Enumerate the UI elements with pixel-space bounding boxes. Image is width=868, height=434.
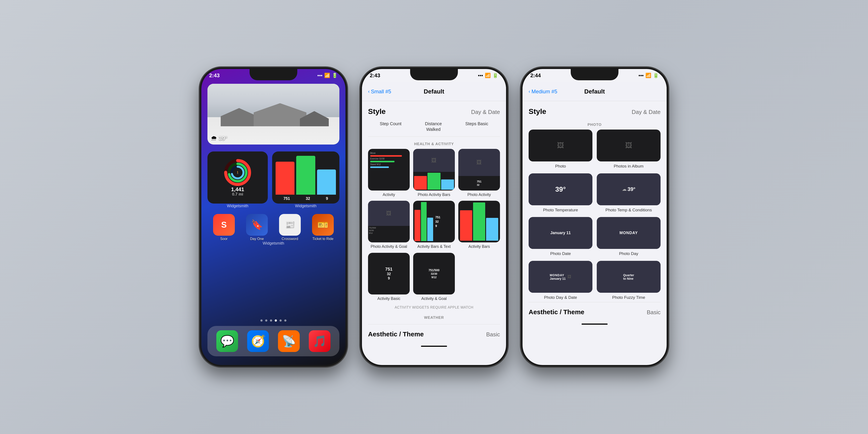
nav-title-small: Default [424,88,444,95]
dot-2 [265,319,267,321]
steps-basic-option[interactable]: Steps Basic [465,121,488,132]
crossword-label: Crossword [282,237,298,241]
status-icons-medium: ▪▪▪ 📶 🔋 [639,73,659,78]
activity-basic-option[interactable]: 751 32 9 Activity Basic [368,253,410,301]
activity-bars-text-option[interactable]: 751 32 9 Activity Bars & Text [413,201,455,249]
photo-date-option[interactable]: January 11 Photo Date [529,217,592,256]
aesthetic-row[interactable]: Aesthetic / Theme Basic [368,329,500,341]
dot-6 [284,319,286,321]
activity-preview: Move Exercise 32/30 Stand 9/12 [368,149,410,190]
photos-album-icon: 🖼 [625,142,632,150]
bars-widget[interactable]: 751 32 9 Widgetsmith [272,152,339,204]
dock-music[interactable]: 🎵 [309,330,331,352]
photo-header: PHOTO [529,119,660,129]
photo-widget-large[interactable]: 🌨 39° [208,84,339,145]
settings-content-small: Style Day & Date Step Count DistanceWalk… [362,101,506,365]
app-crossword[interactable]: 📰 Crossword [275,214,305,241]
photo-activity-bars-preview: 🖼 [413,149,455,190]
widget-row: 🚶 1,441 0.7 mi Widgetsmith [208,152,339,204]
photo-activity-goal-option[interactable]: 🖼 751/500 32/30 9/12 Photo Activity & Go… [368,201,410,249]
dock-messages[interactable]: 💬 [216,330,238,352]
photo-activity-goal-label: Photo Activity & Goal [371,244,407,249]
dayone-label: Day One [250,237,264,241]
activity-goal-label: Activity & Goal [421,296,446,301]
photo-activity-bars-option[interactable]: 🖼 Photo Activity Bars [413,149,455,197]
photo-temp-cond-label: Photo Temp & Conditions [606,208,652,213]
photo-activity-goal-preview: 🖼 751/500 32/30 9/12 [368,201,410,242]
photo-temp-option[interactable]: 39° Photo Temperature [529,174,592,213]
activity-bars-text-preview: 751 32 9 [413,201,455,242]
activity-basic-preview: 751 32 9 [368,253,410,294]
photos-album-preview: 🖼 [597,129,660,161]
status-time: 2:43 [209,72,220,79]
bar-red [276,162,294,195]
weather-header: WEATHER [368,312,500,322]
photo-day-date-option[interactable]: MONDAY January 11 🖼 Photo Day & Date [529,261,592,300]
battery-icon: 🔋 [332,73,338,78]
activity-goal-option[interactable]: 751/500 32/30 9/12 Activity & Goal [413,253,455,301]
activity-steps: 1,441 0.7 mi [231,187,244,196]
status-time-small: 2:43 [370,72,380,79]
photo-day-label: Photo Day [619,251,639,256]
aesthetic-section: Aesthetic / Theme Basic [368,324,500,347]
photo-label: Photo [555,164,566,169]
app-soor[interactable]: S Soor [209,214,239,241]
ticket-icon: 🎫 [312,214,334,236]
wifi-icon-medium: 📶 [645,73,651,78]
photo-preview: 🖼 [529,129,592,161]
aesthetic-row-med[interactable]: Aesthetic / Theme Basic [529,307,660,319]
nav-back-medium[interactable]: ‹ Medium #5 [529,89,557,95]
activity-bars-option[interactable]: Activity Bars [458,201,500,249]
style-value-med: Day & Date [632,109,660,116]
crossword-icon: 📰 [279,214,301,236]
nav-back-small[interactable]: ‹ Small #5 [368,89,391,95]
photo-temp-cond-option[interactable]: ☁ 39° Photo Temp & Conditions [597,174,660,213]
home-indicator [421,346,447,347]
distance-option[interactable]: DistanceWalked [425,121,442,132]
photo-option[interactable]: 🖼 Photo [529,129,592,169]
dock: 💬 🧭 📡 🎵 [208,326,339,356]
photo-activity-option[interactable]: 🖼 75132 Photo Activity [458,149,500,197]
activity-option[interactable]: Move Exercise 32/30 Stand 9/12 Activity [368,149,410,197]
back-arrow-icon: ‹ [368,89,370,94]
activity-goal-preview: 751/500 32/30 9/12 [413,253,455,294]
photo-activity-bars-label: Photo Activity Bars [418,192,450,197]
photo-fuzzy-time-option[interactable]: Quarter to Nine Photo Fuzzy Time [597,261,660,300]
activity-widget[interactable]: 🚶 1,441 0.7 mi Widgetsmith [208,152,268,204]
style-row[interactable]: Style Day & Date [368,105,500,119]
photo-temp-preview: 39° [529,174,592,205]
settings-nav-small: ‹ Small #5 Default [362,82,506,101]
bars-numbers: 751 32 9 [276,196,336,201]
style-label-med: Style [529,107,546,116]
photo-day-preview: MONDAY [597,217,660,249]
battery-icon-medium: 🔋 [653,73,659,78]
phone-home: 2:43 ▪▪▪ 📶 🔋 [199,67,347,367]
weather-cloud-icon: 🌨 [211,135,217,142]
photo-date-label: Photo Date [550,251,571,256]
aesthetic-value-med: Basic [647,309,660,316]
settings-content-medium: Style Day & Date PHOTO 🖼 Photo [523,101,666,365]
soor-label: Soor [220,237,228,241]
photo-fuzzy-time-label: Photo Fuzzy Time [612,295,645,300]
bars-widget-label: Widgetsmith [272,204,339,208]
status-time-medium: 2:44 [530,72,541,79]
step-count-option[interactable]: Step Count [380,121,401,132]
settings-screen-small: 2:43 ▪▪▪ 📶 🔋 ‹ Small #5 Default [362,69,506,365]
dock-safari[interactable]: 🧭 [247,330,269,352]
aesthetic-label-med: Aesthetic / Theme [529,308,584,316]
app-dayone[interactable]: 🔖 Day One [242,214,272,241]
photo-day-option[interactable]: MONDAY Photo Day [597,217,660,256]
photos-album-option[interactable]: 🖼 Photos in Album [597,129,660,169]
back-arrow-icon-med: ‹ [529,89,530,94]
wifi-icon-small: 📶 [485,73,491,78]
signal-icon-small: ▪▪▪ [478,73,483,78]
aesthetic-value: Basic [486,331,500,338]
bar-num-3: 9 [326,196,328,201]
app-grid: S Soor 🔖 Day One 📰 Crossw [208,214,339,241]
signal-icon: ▪▪▪ [317,73,322,78]
style-row-med[interactable]: Style Day & Date [529,105,660,119]
dock-overcast[interactable]: 📡 [278,330,300,352]
bar-green [296,156,315,195]
app-ticket[interactable]: 🎫 Ticket to Ride [308,214,338,241]
photo-temp-label: Photo Temperature [543,208,578,213]
